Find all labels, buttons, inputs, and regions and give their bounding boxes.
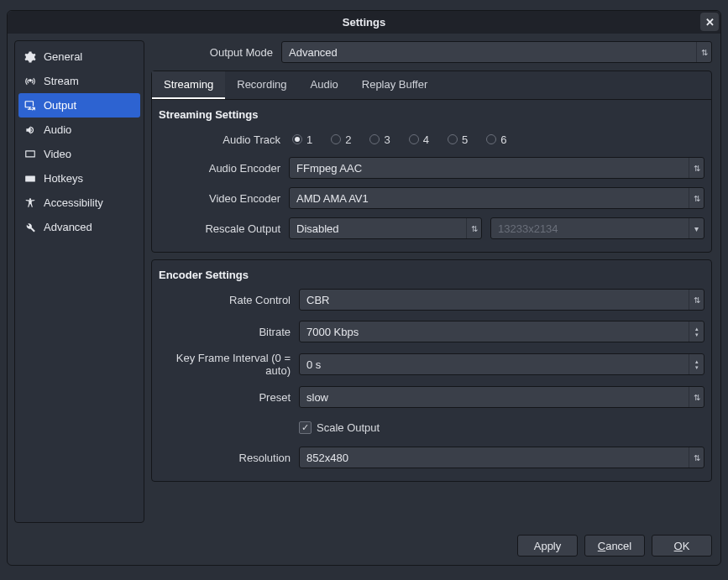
sidebar-item-output[interactable]: Output — [18, 93, 140, 118]
preset-row: Preset slow ⇅ — [159, 385, 704, 409]
sidebar-item-label: Output — [44, 99, 76, 112]
tab-replay-buffer[interactable]: Replay Buffer — [350, 71, 440, 99]
rescale-output-row: Rescale Output Disabled ⇅ 13233x2134 ▾ — [159, 217, 704, 240]
titlebar: Settings ✕ — [8, 11, 720, 34]
display-icon — [24, 149, 37, 160]
rate-control-label: Rate Control — [159, 294, 299, 306]
resolution-value: 852x480 — [306, 452, 348, 464]
audio-track-radio-6[interactable]: 6 — [486, 133, 506, 146]
audio-encoder-label: Audio Encoder — [159, 162, 289, 175]
sidebar-item-audio[interactable]: Audio — [15, 118, 144, 142]
rescale-resolution-input[interactable]: 13233x2134 ▾ — [490, 217, 704, 239]
audio-track-radio-4[interactable]: 4 — [409, 133, 429, 146]
spinner-arrows-icon: ▴▾ — [689, 354, 704, 374]
rate-control-row: Rate Control CBR ⇅ — [159, 288, 704, 311]
checkbox-checked-icon: ✓ — [299, 421, 312, 434]
tab-streaming[interactable]: Streaming — [152, 71, 225, 99]
rescale-output-value: Disabled — [296, 222, 339, 235]
close-icon: ✕ — [705, 16, 715, 29]
rescale-output-combo[interactable]: Disabled ⇅ — [289, 217, 482, 239]
sidebar-item-advanced[interactable]: Advanced — [15, 215, 144, 239]
bitrate-row: Bitrate 7000 Kbps ▴▾ — [159, 320, 704, 343]
audio-encoder-combo[interactable]: FFmpeg AAC ⇅ — [289, 157, 704, 179]
bitrate-label: Bitrate — [159, 326, 299, 338]
apply-button[interactable]: Apply — [517, 535, 578, 556]
rescale-output-label: Rescale Output — [159, 222, 289, 235]
output-tabs: Streaming Recording Audio Replay Buffer — [152, 71, 711, 100]
preset-label: Preset — [159, 391, 299, 404]
accessibility-icon — [24, 197, 37, 209]
sidebar-item-label: Video — [44, 148, 71, 160]
audio-track-label: Audio Track — [159, 133, 289, 146]
sidebar-item-accessibility[interactable]: Accessibility — [15, 191, 144, 215]
output-mode-label: Output Mode — [151, 46, 281, 59]
audio-track-radio-5[interactable]: 5 — [448, 133, 468, 146]
close-button[interactable]: ✕ — [700, 13, 719, 31]
encoder-settings-title: Encoder Settings — [159, 269, 704, 281]
streaming-settings-title: Streaming Settings — [159, 108, 704, 121]
chevron-updown-icon: ⇅ — [689, 290, 704, 310]
resolution-combo[interactable]: 852x480 ⇅ — [299, 447, 704, 468]
tab-audio[interactable]: Audio — [299, 71, 350, 99]
key-interval-row: Key Frame Interval (0 = auto) 0 s ▴▾ — [159, 352, 704, 377]
spinner-arrows-icon: ▴▾ — [689, 321, 704, 342]
key-interval-value: 0 s — [306, 358, 321, 371]
video-encoder-combo[interactable]: AMD AMA AV1 ⇅ — [289, 187, 704, 209]
tab-recording[interactable]: Recording — [225, 71, 298, 99]
antenna-icon — [24, 76, 37, 87]
tools-icon — [24, 222, 37, 233]
audio-track-radio-3[interactable]: 3 — [369, 133, 390, 146]
sidebar-item-hotkeys[interactable]: Hotkeys — [15, 166, 144, 191]
sidebar-item-label: Stream — [44, 75, 79, 87]
keyboard-icon — [24, 173, 37, 185]
audio-track-radio-1[interactable]: 1 — [292, 133, 312, 146]
scale-output-label: Scale Output — [317, 421, 380, 434]
audio-encoder-value: FFmpeg AAC — [296, 162, 362, 175]
cancel-button[interactable]: Cancel — [584, 535, 645, 556]
resolution-label: Resolution — [159, 452, 299, 464]
resolution-row: Resolution 852x480 ⇅ — [159, 446, 704, 469]
audio-track-row: Audio Track 1 2 3 4 5 6 — [159, 128, 704, 151]
chevron-down-icon: ▾ — [689, 218, 704, 238]
sidebar-item-label: Hotkeys — [44, 172, 83, 185]
output-mode-combo[interactable]: Advanced ⇅ — [281, 41, 712, 63]
rate-control-combo[interactable]: CBR ⇅ — [299, 289, 704, 311]
ok-button[interactable]: OK — [652, 535, 712, 556]
rate-control-value: CBR — [306, 294, 329, 306]
rescale-resolution-value: 13233x2134 — [498, 222, 558, 235]
settings-dialog: Settings ✕ General Stream — [7, 10, 721, 566]
window-title: Settings — [343, 16, 385, 29]
key-interval-label: Key Frame Interval (0 = auto) — [159, 352, 299, 377]
sidebar-item-general[interactable]: General — [15, 44, 144, 69]
preset-value: slow — [306, 391, 328, 404]
radio-dot-icon — [448, 134, 458, 144]
sidebar: General Stream Output Audio — [14, 40, 144, 523]
radio-dot-icon — [331, 134, 341, 144]
dialog-footer: Apply Cancel OK — [8, 530, 720, 565]
sidebar-item-label: Accessibility — [44, 196, 103, 209]
gear-icon — [24, 51, 37, 63]
sidebar-item-label: Advanced — [44, 221, 92, 233]
main-panel: Output Mode Advanced ⇅ Streaming Recordi… — [144, 34, 720, 530]
radio-dot-icon — [486, 134, 496, 144]
sidebar-item-label: Audio — [44, 123, 71, 136]
chevron-updown-icon: ⇅ — [696, 42, 711, 62]
bitrate-value: 7000 Kbps — [306, 326, 359, 338]
key-interval-spinner[interactable]: 0 s ▴▾ — [299, 353, 704, 375]
preset-combo[interactable]: slow ⇅ — [299, 386, 704, 408]
bitrate-spinner[interactable]: 7000 Kbps ▴▾ — [299, 321, 704, 342]
audio-track-radios: 1 2 3 4 5 6 — [289, 133, 704, 146]
encoder-group: Encoder Settings Rate Control CBR ⇅ Bitr… — [151, 259, 712, 482]
scale-output-row: ✓ Scale Output — [159, 415, 704, 439]
chevron-updown-icon: ⇅ — [466, 218, 481, 238]
streaming-group: Streaming Recording Audio Replay Buffer … — [151, 71, 712, 253]
output-mode-row: Output Mode Advanced ⇅ — [151, 40, 712, 64]
audio-track-radio-2[interactable]: 2 — [331, 133, 351, 146]
sidebar-item-stream[interactable]: Stream — [15, 69, 144, 93]
video-encoder-label: Video Encoder — [159, 192, 289, 205]
radio-dot-icon — [292, 134, 302, 144]
speaker-icon — [24, 124, 37, 136]
video-encoder-value: AMD AMA AV1 — [296, 192, 369, 205]
sidebar-item-video[interactable]: Video — [15, 142, 144, 166]
scale-output-checkbox[interactable]: ✓ Scale Output — [299, 421, 380, 434]
